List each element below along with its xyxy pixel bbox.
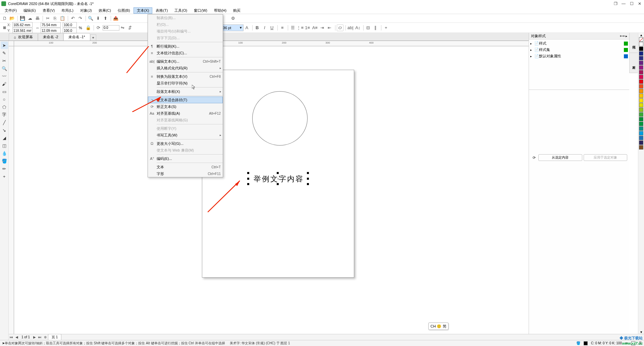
x-input[interactable] [12, 22, 33, 27]
from-selection-button[interactable]: 从选定内容 [538, 154, 582, 161]
menu-file[interactable]: 文件(F) [1, 7, 20, 14]
tab-doc1[interactable]: 未命名 -1* [63, 33, 90, 41]
edit-text-icon[interactable]: ab| [347, 24, 354, 31]
palette-up-icon[interactable]: ▴ [638, 33, 644, 37]
color-swatch[interactable] [639, 145, 643, 150]
color-swatch[interactable] [639, 61, 643, 65]
color-swatch[interactable] [639, 56, 643, 60]
transparency-tool-icon[interactable]: ◫ [1, 142, 8, 149]
bold-icon[interactable]: B [254, 24, 261, 31]
color-swatch[interactable] [639, 108, 643, 112]
color-swatch[interactable] [639, 140, 643, 145]
menu-item[interactable]: ⟳矫正文本(S) [148, 103, 223, 110]
publish-icon[interactable]: 📤 [112, 15, 119, 22]
menu-item[interactable]: ¶断行规则(K)... [148, 43, 223, 50]
color-swatch[interactable] [639, 84, 643, 89]
vertical-text-icon[interactable]: ⊟ [365, 24, 372, 31]
tab-add-button[interactable]: + [90, 34, 96, 41]
color-swatch[interactable] [639, 70, 643, 74]
menu-buy[interactable]: 购买 [230, 7, 244, 14]
minimize-icon[interactable]: — [621, 1, 627, 6]
parallel-dim-icon[interactable]: ╱ [1, 119, 8, 126]
ime-indicator[interactable]: CH 🙂 简 [428, 323, 448, 330]
cloud-icon[interactable]: ☁ [26, 15, 33, 22]
menu-item[interactable]: ≡转换为段落文本(V)Ctrl+F8 [148, 73, 223, 80]
color-swatch[interactable] [639, 136, 643, 140]
color-swatch[interactable] [639, 98, 643, 103]
menu-item[interactable]: ≡文本统计信息(C)... [148, 50, 223, 56]
menu-effects[interactable]: 效果(C) [95, 7, 114, 14]
refresh-icon[interactable]: ⟳ [531, 156, 537, 160]
mirror-v-icon[interactable]: ⇵ [127, 24, 133, 31]
dropcap-icon[interactable]: A≡ [312, 24, 318, 31]
print-icon[interactable]: 🖶 [34, 15, 41, 22]
menu-layout[interactable]: 布局(L) [58, 7, 76, 14]
add-styleset-icon[interactable] [624, 48, 628, 52]
undo-icon[interactable]: ↶ [69, 15, 76, 22]
lock-ratio-icon[interactable]: 🔒 [85, 24, 92, 31]
list-icon[interactable]: ☰ [289, 24, 296, 31]
indent-inc-icon[interactable]: ⇥ [319, 24, 326, 31]
menu-table[interactable]: 表格(T) [152, 7, 171, 14]
panel-header[interactable]: 对象样式 ⟷ ▸ [529, 33, 629, 40]
menu-item[interactable]: ab|编辑文本(X)...Ctrl+Shift+T [148, 58, 223, 65]
add-icon[interactable]: + [383, 24, 389, 31]
export-icon[interactable]: ⬆ [102, 15, 109, 22]
tab-doc2[interactable]: 未命名 -2 [38, 33, 63, 41]
selection-handle[interactable] [277, 183, 279, 185]
ruler-vertical[interactable] [9, 46, 14, 343]
color-swatch[interactable] [639, 42, 643, 46]
menu-item[interactable]: Ω更改大小写(G)... [148, 140, 223, 147]
menu-object[interactable]: 对象(J) [77, 7, 95, 14]
palette-down-icon[interactable]: ▾ [640, 330, 642, 334]
import-icon[interactable]: ⬇ [95, 15, 101, 22]
italic-icon[interactable]: I [261, 24, 268, 31]
selection-handle[interactable] [307, 172, 309, 174]
menu-view[interactable]: 查看(V) [39, 7, 58, 14]
menu-tools[interactable]: 工具(O) [171, 7, 191, 14]
menu-item[interactable]: 显示非打印字符(N) [148, 80, 223, 86]
text-direction-icon[interactable]: A↕ [355, 24, 361, 31]
page-first-icon[interactable]: ⏮ [9, 335, 14, 340]
color-swatch[interactable] [639, 117, 643, 121]
default-icon[interactable] [624, 54, 628, 58]
ellipse-tool-icon[interactable]: ○ [1, 96, 8, 103]
connector-tool-icon[interactable]: ↘ [1, 126, 8, 134]
color-swatch[interactable] [639, 89, 643, 93]
fill-tool-icon[interactable]: 🪣 [1, 157, 8, 165]
fill-swatch[interactable] [584, 341, 588, 345]
color-swatch[interactable] [639, 94, 643, 98]
selection-handle[interactable] [307, 183, 309, 185]
docker-tab-properties[interactable]: 属性 [630, 33, 638, 53]
selection-handle[interactable] [307, 178, 309, 180]
artistic-media-icon[interactable]: 🖌 [1, 80, 8, 88]
pick-tool-icon[interactable]: ➤ [1, 42, 8, 49]
circle-object[interactable] [252, 91, 308, 146]
color-swatch[interactable] [639, 126, 643, 131]
freehand-tool-icon[interactable]: 〰 [1, 72, 8, 80]
width-input[interactable] [41, 22, 61, 27]
restore-down-icon[interactable]: ❐ [612, 1, 619, 6]
color-swatch[interactable] [639, 103, 643, 107]
y-input[interactable] [12, 28, 33, 33]
font-inc-icon[interactable]: A [244, 24, 250, 31]
bullets-icon[interactable]: ⋮≡ [297, 24, 304, 31]
pin-icon[interactable]: ⟷ ▸ [620, 34, 627, 38]
selection-handle[interactable] [277, 172, 279, 174]
color-swatch[interactable] [639, 122, 643, 126]
color-swatch[interactable] [639, 79, 643, 84]
horizontal-text-icon[interactable]: ∥ [372, 24, 379, 31]
color-swatch[interactable] [639, 75, 643, 79]
menu-item[interactable]: 文本Ctrl+T [148, 164, 223, 170]
selection-handle[interactable] [247, 172, 249, 174]
no-color-swatch[interactable] [639, 37, 643, 42]
mirror-h-icon[interactable]: ⇋ [119, 24, 126, 31]
tree-item[interactable]: 📄样式集 [529, 47, 629, 53]
tab-welcome[interactable]: ⌂欢迎屏幕 [9, 33, 38, 41]
opentype-icon[interactable]: O [337, 24, 343, 31]
redo-icon[interactable]: ↷ [77, 15, 84, 22]
close-icon[interactable]: ✕ [637, 1, 643, 6]
color-swatch[interactable] [639, 47, 643, 51]
crop-tool-icon[interactable]: ✂ [1, 57, 8, 64]
menu-item[interactable]: 字形Ctrl+F11 [148, 170, 223, 177]
